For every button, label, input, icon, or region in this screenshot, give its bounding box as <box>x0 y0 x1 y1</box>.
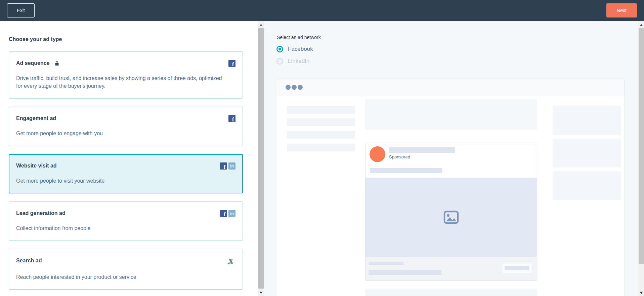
scroll-down-arrow-icon[interactable] <box>259 292 263 294</box>
ad-type-card-search[interactable]: Search ad Reach people interested in you… <box>9 249 243 290</box>
ad-type-card-website-visit[interactable]: Website visit ad f in Get more people to… <box>9 154 243 193</box>
cta-button-placeholder <box>502 263 532 273</box>
page-scrollbar-thumb[interactable] <box>639 28 644 264</box>
facebook-icon: f <box>228 115 235 122</box>
browser-dot-icon <box>298 85 303 90</box>
ad-type-card-lead-generation[interactable]: Lead generation ad f in Collect informat… <box>9 201 243 241</box>
scroll-down-arrow-icon[interactable] <box>640 292 643 294</box>
radio-facebook[interactable]: Facebook <box>276 46 313 52</box>
ad-type-card-list: Ad sequence f Drive traffic, build trust… <box>9 51 243 296</box>
google-ads-icon <box>226 257 235 266</box>
sponsored-label: Sponsored <box>389 154 410 159</box>
avatar <box>370 146 385 162</box>
card-title: Ad sequence <box>16 60 59 67</box>
card-title: Engagement ad <box>16 115 56 122</box>
ad-type-card-ad-sequence[interactable]: Ad sequence f Drive traffic, build trust… <box>9 51 243 99</box>
card-description: Drive traffic, build trust, and increase… <box>16 74 224 90</box>
page-title: Choose your ad type <box>9 36 62 42</box>
preview-sidebar-placeholder <box>287 131 355 139</box>
network-icon-group <box>226 257 235 266</box>
preview-sidebar-placeholder <box>287 118 355 126</box>
network-section-label: Select an ad network <box>277 35 321 40</box>
ad-title-placeholder <box>369 270 441 275</box>
card-title: Search ad <box>16 257 42 264</box>
radio-dot <box>278 48 281 50</box>
preview-sidebar-placeholder <box>287 106 355 114</box>
radio-selected-icon[interactable] <box>276 46 283 52</box>
exit-button[interactable]: Exit <box>7 3 35 17</box>
browser-dot-icon <box>286 85 291 90</box>
radio-unselected-icon[interactable] <box>276 58 283 65</box>
ad-type-card-engagement[interactable]: Engagement ad f Get more people to engag… <box>9 107 243 146</box>
facebook-ad-mockup: Sponsored <box>365 143 537 280</box>
image-icon <box>443 211 459 224</box>
preview-widget-placeholder <box>553 171 621 200</box>
ad-preview-frame: Sponsored <box>277 78 625 296</box>
facebook-icon: f <box>220 162 227 170</box>
preview-composer-placeholder <box>365 99 537 130</box>
ad-footer <box>366 257 537 280</box>
preview-widget-placeholder <box>553 106 621 135</box>
page-scrollbar[interactable] <box>638 21 644 296</box>
lock-icon <box>54 61 59 66</box>
radio-label: LinkedIn <box>288 58 309 65</box>
network-icon-group: f <box>228 115 235 122</box>
page-name-placeholder <box>389 147 455 153</box>
card-header: Website visit ad f in <box>16 162 235 170</box>
radio-label: Facebook <box>288 46 313 52</box>
facebook-icon: f <box>228 60 235 67</box>
next-button[interactable]: Next <box>606 3 637 17</box>
linkedin-icon: in <box>228 210 235 217</box>
top-navigation-bar: Exit Next <box>0 0 644 21</box>
left-panel-scrollbar[interactable] <box>258 21 264 296</box>
ad-network-panel: Select an ad network Facebook LinkedIn S… <box>264 21 638 296</box>
scroll-up-arrow-icon[interactable] <box>259 24 263 26</box>
left-scrollbar-thumb[interactable] <box>258 28 264 289</box>
card-header: Search ad <box>16 257 235 266</box>
cta-label-placeholder <box>505 266 529 270</box>
ad-domain-placeholder <box>369 262 403 265</box>
radio-linkedin[interactable]: LinkedIn <box>276 58 309 65</box>
card-title-text: Ad sequence <box>16 60 50 66</box>
ad-text-placeholder <box>370 168 442 173</box>
network-icon-group: f in <box>220 210 235 217</box>
preview-widget-placeholder <box>553 139 621 168</box>
browser-chrome-bar <box>277 78 625 96</box>
ad-image-placeholder <box>366 178 537 257</box>
card-header: Lead generation ad f in <box>16 210 235 217</box>
card-header: Ad sequence f <box>16 60 235 67</box>
card-title: Lead generation ad <box>16 210 66 217</box>
card-description: Collect information from people <box>16 224 235 232</box>
ad-type-panel: Choose your ad type Ad sequence f Drive … <box>0 21 258 296</box>
facebook-icon: f <box>220 210 227 217</box>
browser-dots <box>286 85 303 90</box>
scroll-up-arrow-icon[interactable] <box>640 24 643 26</box>
card-header: Engagement ad f <box>16 115 235 122</box>
linkedin-icon: in <box>228 162 235 170</box>
card-description: Get more people to engage with you <box>16 130 235 137</box>
browser-dot-icon <box>292 85 297 90</box>
network-icon-group: f in <box>220 162 235 170</box>
card-description: Get more people to visit your website <box>16 177 235 185</box>
preview-sidebar-placeholder <box>287 144 355 151</box>
card-title: Website visit ad <box>16 162 57 169</box>
card-description: Reach people interested in your product … <box>16 273 235 281</box>
network-icon-group: f <box>228 60 235 67</box>
preview-next-post-placeholder <box>365 289 537 296</box>
